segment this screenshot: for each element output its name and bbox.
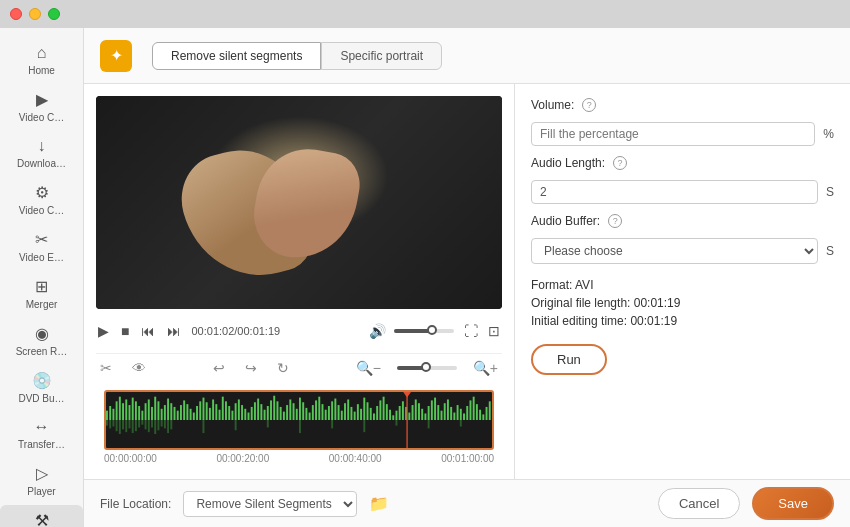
sidebar-item-label: Video C… bbox=[19, 205, 64, 216]
sidebar-item-dvd[interactable]: 💿 DVD Bu… bbox=[0, 365, 83, 410]
svg-rect-76 bbox=[350, 407, 352, 420]
zoom-out-button[interactable]: 🔍− bbox=[352, 358, 385, 378]
ruler-mark-1: 00:00:20:00 bbox=[216, 453, 269, 464]
svg-rect-60 bbox=[299, 398, 301, 420]
svg-rect-99 bbox=[424, 413, 426, 420]
sidebar-item-home[interactable]: ⌂ Home bbox=[0, 38, 83, 82]
undo-button[interactable]: ↩ bbox=[209, 358, 229, 378]
svg-rect-21 bbox=[174, 407, 176, 420]
svg-rect-70 bbox=[331, 401, 333, 420]
timeline-area: // Will be drawn inline bbox=[96, 390, 502, 467]
svg-rect-92 bbox=[402, 401, 404, 420]
svg-rect-81 bbox=[367, 402, 369, 420]
sidebar-item-screen[interactable]: ◉ Screen R… bbox=[0, 318, 83, 363]
save-button[interactable]: Save bbox=[752, 487, 834, 520]
fullscreen-button[interactable]: ⛶ bbox=[462, 321, 480, 341]
ruler-mark-3: 00:01:00:00 bbox=[441, 453, 494, 464]
svg-rect-100 bbox=[428, 406, 430, 420]
compress-icon: ⚙ bbox=[35, 183, 49, 202]
zoom-in-button[interactable]: 🔍+ bbox=[469, 358, 502, 378]
prev-frame-button[interactable]: ⏮ bbox=[139, 321, 157, 341]
svg-rect-39 bbox=[231, 411, 233, 420]
volume-row: Volume: ? bbox=[531, 98, 834, 112]
svg-rect-104 bbox=[441, 411, 443, 420]
sidebar-item-video-compress[interactable]: ⚙ Video C… bbox=[0, 177, 83, 222]
svg-rect-106 bbox=[447, 399, 449, 420]
mac-titlebar bbox=[0, 0, 850, 28]
tab-remove-silent[interactable]: Remove silent segments bbox=[152, 42, 321, 70]
svg-rect-95 bbox=[412, 405, 414, 420]
svg-rect-24 bbox=[183, 400, 185, 420]
tab-specific-portrait[interactable]: Specific portrait bbox=[321, 42, 442, 70]
svg-rect-97 bbox=[418, 403, 420, 420]
svg-rect-144 bbox=[299, 420, 301, 433]
svg-rect-56 bbox=[286, 405, 288, 420]
video-converter-icon: ▶ bbox=[36, 90, 48, 109]
svg-rect-50 bbox=[267, 406, 269, 420]
video-frame bbox=[96, 96, 502, 309]
sidebar-item-label: Player bbox=[27, 486, 55, 497]
volume-label: Volume: bbox=[531, 98, 574, 112]
audio-buffer-help-icon[interactable]: ? bbox=[608, 214, 622, 228]
next-frame-button[interactable]: ⏭ bbox=[165, 321, 183, 341]
cut-tool[interactable]: ✂ bbox=[96, 358, 116, 378]
run-button[interactable]: Run bbox=[531, 344, 607, 375]
svg-rect-5 bbox=[122, 403, 124, 420]
folder-button[interactable]: 📁 bbox=[369, 494, 389, 513]
volume-fill bbox=[394, 329, 433, 333]
svg-rect-89 bbox=[392, 415, 394, 420]
audio-buffer-label: Audio Buffer: bbox=[531, 214, 600, 228]
rotate-button[interactable]: ↻ bbox=[273, 358, 293, 378]
volume-input[interactable] bbox=[531, 122, 815, 146]
home-icon: ⌂ bbox=[37, 44, 47, 62]
volume-input-row: % bbox=[531, 122, 834, 146]
svg-rect-64 bbox=[312, 405, 314, 420]
cancel-button[interactable]: Cancel bbox=[658, 488, 740, 519]
audio-length-input[interactable] bbox=[531, 180, 818, 204]
sidebar-item-label: Video C… bbox=[19, 112, 64, 123]
svg-rect-131 bbox=[141, 420, 143, 425]
sidebar-item-toolbox[interactable]: ⚒ Toolbox bbox=[0, 505, 83, 527]
svg-rect-79 bbox=[360, 409, 362, 420]
sidebar-item-video-converter[interactable]: ▶ Video C… bbox=[0, 84, 83, 129]
svg-rect-91 bbox=[399, 406, 401, 420]
maximize-dot[interactable] bbox=[48, 8, 60, 20]
play-button[interactable]: ▶ bbox=[96, 321, 111, 341]
volume-thumb bbox=[427, 325, 437, 335]
location-select[interactable]: Remove Silent Segments bbox=[183, 491, 357, 517]
eye-tool[interactable]: 👁 bbox=[128, 358, 150, 378]
sidebar-item-download[interactable]: ↓ Downloa… bbox=[0, 131, 83, 175]
volume-help-icon[interactable]: ? bbox=[582, 98, 596, 112]
audio-length-help-icon[interactable]: ? bbox=[613, 156, 627, 170]
svg-rect-41 bbox=[238, 399, 240, 420]
sidebar-item-merger[interactable]: ⊞ Merger bbox=[0, 271, 83, 316]
merger-icon: ⊞ bbox=[35, 277, 48, 296]
volume-slider[interactable] bbox=[394, 329, 454, 333]
svg-rect-27 bbox=[193, 413, 195, 420]
aspect-ratio-button[interactable]: ⊡ bbox=[486, 321, 502, 341]
volume-icon: 🔊 bbox=[369, 323, 386, 339]
stop-button[interactable]: ■ bbox=[119, 321, 131, 341]
screen-icon: ◉ bbox=[35, 324, 49, 343]
svg-rect-77 bbox=[354, 412, 356, 420]
svg-rect-147 bbox=[396, 420, 398, 426]
svg-rect-7 bbox=[129, 405, 131, 420]
sidebar-item-transfer[interactable]: ↔ Transfer… bbox=[0, 412, 83, 456]
svg-rect-74 bbox=[344, 403, 346, 420]
close-dot[interactable] bbox=[10, 8, 22, 20]
audio-buffer-select[interactable]: Please choose bbox=[531, 238, 818, 264]
svg-rect-121 bbox=[109, 420, 111, 428]
sidebar-item-video-editor[interactable]: ✂ Video E… bbox=[0, 224, 83, 269]
svg-rect-31 bbox=[206, 402, 208, 420]
sidebar-item-player[interactable]: ▷ Player bbox=[0, 458, 83, 503]
svg-rect-110 bbox=[460, 409, 462, 420]
svg-rect-52 bbox=[273, 396, 275, 420]
toolbar-row: ✂ 👁 ↩ ↪ ↻ 🔍− 🔍+ bbox=[96, 353, 502, 382]
svg-rect-83 bbox=[373, 413, 375, 420]
ruler-mark-2: 00:00:40:00 bbox=[329, 453, 382, 464]
svg-rect-14 bbox=[151, 407, 153, 420]
svg-rect-140 bbox=[170, 420, 172, 429]
svg-rect-9 bbox=[135, 401, 137, 420]
minimize-dot[interactable] bbox=[29, 8, 41, 20]
redo-button[interactable]: ↪ bbox=[241, 358, 261, 378]
